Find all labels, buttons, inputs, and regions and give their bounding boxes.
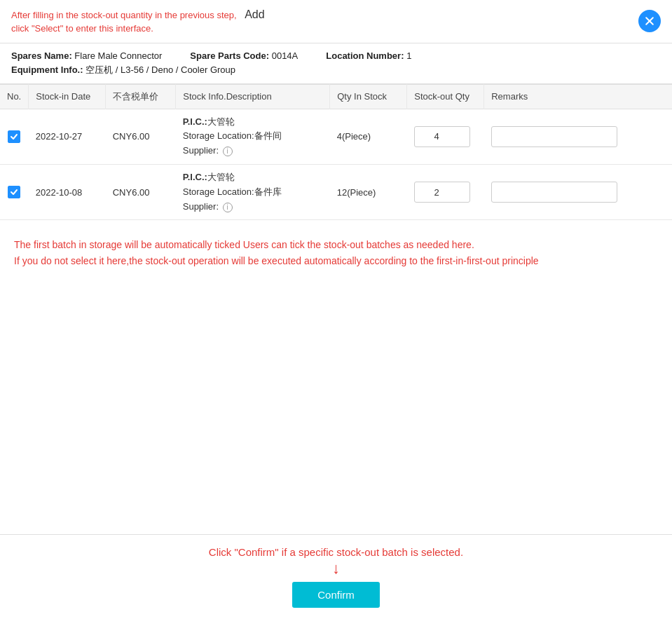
row-checkbox-0[interactable] xyxy=(8,130,20,143)
storage-location-value: 备件库 xyxy=(254,186,282,197)
pic-value: 大管轮 xyxy=(207,116,235,127)
table-container: No. Stock-in Date 不含税单价 Stock Info.Descr… xyxy=(0,84,672,221)
header: After filling in the stock-out quantity … xyxy=(0,0,672,43)
stock-out-qty-input-0[interactable] xyxy=(414,126,470,147)
storage-location-label: Storage Location: xyxy=(183,186,254,197)
location-number-value: 1 xyxy=(406,50,411,61)
col-qty-in-stock: Qty In Stock xyxy=(330,84,407,109)
location-number-item: Location Number: 1 xyxy=(326,50,411,61)
bottom-area: Click "Confirm" if a specific stock-out … xyxy=(0,534,672,619)
spare-parts-code-item: Spare Parts Code: 0014A xyxy=(190,50,298,61)
instruction-line1: The first batch in storage will be autom… xyxy=(14,237,658,252)
pic-info: P.I.C.:大管轮 xyxy=(183,115,323,130)
remarks-cell xyxy=(484,109,672,164)
info-row-1: Spares Name: Flare Male Connector Spare … xyxy=(11,50,661,61)
table-row: 2022-10-08CNY6.00 P.I.C.:大管轮 Storage Loc… xyxy=(0,164,672,219)
instruction-line1: After filling in the stock-out quantity … xyxy=(11,10,237,20)
location-number-label: Location Number: xyxy=(326,50,404,61)
col-stock-out-qty: Stock-out Qty xyxy=(407,84,484,109)
supplier-label: Supplier: xyxy=(183,145,219,156)
stock-out-qty-cell xyxy=(407,164,484,219)
col-unit-price: 不含税单价 xyxy=(106,84,176,109)
stock-out-qty-input-1[interactable] xyxy=(414,182,470,203)
pic-info: P.I.C.:大管轮 xyxy=(183,170,323,185)
stock-info-cell: P.I.C.:大管轮 Storage Location:备件库 Supplier… xyxy=(176,164,330,219)
supplier-label: Supplier: xyxy=(183,201,219,212)
pic-label: P.I.C.: xyxy=(183,172,207,182)
stock-in-date-cell: 2022-10-27 xyxy=(29,109,106,164)
close-button[interactable] xyxy=(638,10,661,32)
checkbox-cell xyxy=(0,164,29,219)
spare-parts-code-value: 0014A xyxy=(272,50,299,61)
pic-value: 大管轮 xyxy=(207,172,235,182)
spare-parts-code-label: Spare Parts Code: xyxy=(190,50,269,61)
spares-name-item: Spares Name: Flare Male Connector xyxy=(11,50,162,61)
stock-info-cell: P.I.C.:大管轮 Storage Location:备件间 Supplier… xyxy=(176,109,330,164)
remarks-input-1[interactable] xyxy=(491,182,617,203)
supplier-info: Supplier: i xyxy=(183,200,323,215)
table-row: 2022-10-27CNY6.00 P.I.C.:大管轮 Storage Loc… xyxy=(0,109,672,164)
supplier-info: Supplier: i xyxy=(183,144,323,158)
checkbox-cell xyxy=(0,109,29,164)
spares-name-value: Flare Male Connector xyxy=(74,50,162,61)
storage-location-info: Storage Location:备件库 xyxy=(183,185,323,200)
pic-label: P.I.C.: xyxy=(183,116,207,127)
stock-table: No. Stock-in Date 不含税单价 Stock Info.Descr… xyxy=(0,84,672,221)
col-no: No. xyxy=(0,84,29,109)
equipment-info-label: Equipment Info.: xyxy=(11,64,83,75)
info-section: Spares Name: Flare Male Connector Spare … xyxy=(0,43,672,84)
row-checkbox-1[interactable] xyxy=(8,186,20,198)
arrow-down-icon: ↓ xyxy=(0,561,672,576)
storage-location-value: 备件间 xyxy=(254,130,282,141)
confirm-button[interactable]: Confirm xyxy=(292,582,380,608)
unit-price-cell: CNY6.00 xyxy=(106,109,176,164)
qty-in-stock-cell: 12(Piece) xyxy=(330,164,407,219)
storage-location-label: Storage Location: xyxy=(183,130,254,141)
confirm-instruction: Click "Confirm" if a specific stock-out … xyxy=(0,535,672,561)
supplier-info-icon[interactable]: i xyxy=(223,147,233,156)
unit-price-cell: CNY6.00 xyxy=(106,164,176,219)
remarks-input-0[interactable] xyxy=(491,126,617,147)
header-instruction: After filling in the stock-out quantity … xyxy=(11,7,265,36)
instruction-line2: click "Select" to enter this interface. xyxy=(11,23,153,34)
header-left: After filling in the stock-out quantity … xyxy=(11,7,638,36)
stock-out-qty-cell xyxy=(407,109,484,164)
supplier-info-icon[interactable]: i xyxy=(223,203,233,212)
col-stock-in-date: Stock-in Date xyxy=(29,84,106,109)
close-icon xyxy=(644,15,655,27)
qty-in-stock-cell: 4(Piece) xyxy=(330,109,407,164)
info-row-2: Equipment Info.: 空压机 / L3-56 / Deno / Co… xyxy=(11,64,661,76)
equipment-info-value: 空压机 / L3-56 / Deno / Cooler Group xyxy=(85,64,235,75)
checkmark-icon xyxy=(10,188,18,196)
equipment-info-item: Equipment Info.: 空压机 / L3-56 / Deno / Co… xyxy=(11,64,235,76)
header-title: Add xyxy=(245,8,264,20)
col-stock-info: Stock Info.Description xyxy=(176,84,330,109)
storage-location-info: Storage Location:备件间 xyxy=(183,129,323,144)
spares-name-label: Spares Name: xyxy=(11,50,72,61)
instruction-area: The first batch in storage will be autom… xyxy=(0,220,672,283)
stock-in-date-cell: 2022-10-08 xyxy=(29,164,106,219)
checkmark-icon xyxy=(10,132,18,141)
remarks-cell xyxy=(484,164,672,219)
table-header-row: No. Stock-in Date 不含税单价 Stock Info.Descr… xyxy=(0,84,672,109)
instruction-line2: If you do not select it here,the stock-o… xyxy=(14,253,658,268)
col-remarks: Remarks xyxy=(484,84,672,109)
